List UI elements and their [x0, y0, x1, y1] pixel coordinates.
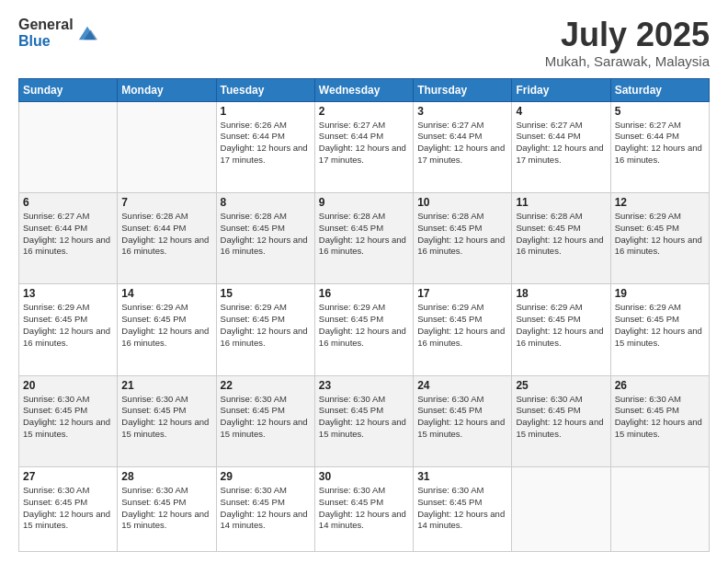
day-info: Sunrise: 6:28 AMSunset: 6:44 PMDaylight:…: [121, 211, 211, 258]
table-row: 9Sunrise: 6:28 AMSunset: 6:45 PMDaylight…: [314, 192, 413, 283]
logo: General Blue: [18, 17, 97, 49]
day-info: Sunrise: 6:29 AMSunset: 6:45 PMDaylight:…: [417, 302, 507, 349]
col-wednesday: Wednesday: [314, 78, 413, 101]
calendar-week-row: 27Sunrise: 6:30 AMSunset: 6:45 PMDayligh…: [19, 466, 710, 551]
day-number: 1: [221, 105, 311, 118]
day-info: Sunrise: 6:29 AMSunset: 6:45 PMDaylight:…: [615, 211, 705, 258]
table-row: 3Sunrise: 6:27 AMSunset: 6:44 PMDaylight…: [414, 101, 512, 192]
col-tuesday: Tuesday: [216, 78, 314, 101]
day-info: Sunrise: 6:28 AMSunset: 6:45 PMDaylight:…: [417, 211, 507, 258]
day-info: Sunrise: 6:27 AMSunset: 6:44 PMDaylight:…: [417, 120, 507, 167]
table-row: 16Sunrise: 6:29 AMSunset: 6:45 PMDayligh…: [314, 284, 413, 375]
table-row: 12Sunrise: 6:29 AMSunset: 6:45 PMDayligh…: [610, 192, 709, 283]
day-info: Sunrise: 6:30 AMSunset: 6:45 PMDaylight:…: [417, 394, 507, 441]
table-row: 27Sunrise: 6:30 AMSunset: 6:45 PMDayligh…: [19, 466, 118, 551]
table-row: [610, 466, 709, 551]
table-row: 20Sunrise: 6:30 AMSunset: 6:45 PMDayligh…: [19, 375, 118, 466]
day-number: 18: [516, 287, 606, 300]
day-info: Sunrise: 6:30 AMSunset: 6:45 PMDaylight:…: [221, 394, 311, 441]
day-info: Sunrise: 6:28 AMSunset: 6:45 PMDaylight:…: [319, 211, 409, 258]
table-row: 8Sunrise: 6:28 AMSunset: 6:45 PMDaylight…: [216, 192, 314, 283]
day-info: Sunrise: 6:30 AMSunset: 6:45 PMDaylight:…: [23, 394, 113, 441]
table-row: 29Sunrise: 6:30 AMSunset: 6:45 PMDayligh…: [216, 466, 314, 551]
table-row: 13Sunrise: 6:29 AMSunset: 6:45 PMDayligh…: [19, 284, 118, 375]
table-row: 4Sunrise: 6:27 AMSunset: 6:44 PMDaylight…: [512, 101, 610, 192]
day-info: Sunrise: 6:27 AMSunset: 6:44 PMDaylight:…: [615, 120, 705, 167]
day-number: 4: [516, 105, 606, 118]
day-number: 10: [417, 196, 507, 209]
day-info: Sunrise: 6:30 AMSunset: 6:45 PMDaylight:…: [121, 485, 211, 532]
table-row: 22Sunrise: 6:30 AMSunset: 6:45 PMDayligh…: [216, 375, 314, 466]
table-row: 6Sunrise: 6:27 AMSunset: 6:44 PMDaylight…: [19, 192, 118, 283]
day-info: Sunrise: 6:29 AMSunset: 6:45 PMDaylight:…: [121, 302, 211, 349]
table-row: 2Sunrise: 6:27 AMSunset: 6:44 PMDaylight…: [314, 101, 413, 192]
day-number: 21: [121, 379, 211, 392]
calendar-week-row: 1Sunrise: 6:26 AMSunset: 6:44 PMDaylight…: [19, 101, 710, 192]
day-info: Sunrise: 6:30 AMSunset: 6:45 PMDaylight:…: [23, 485, 113, 532]
col-monday: Monday: [118, 78, 216, 101]
day-info: Sunrise: 6:27 AMSunset: 6:44 PMDaylight:…: [516, 120, 606, 167]
day-info: Sunrise: 6:30 AMSunset: 6:45 PMDaylight:…: [417, 485, 507, 532]
table-row: 30Sunrise: 6:30 AMSunset: 6:45 PMDayligh…: [314, 466, 413, 551]
day-number: 9: [319, 196, 409, 209]
day-number: 20: [23, 379, 113, 392]
day-info: Sunrise: 6:28 AMSunset: 6:45 PMDaylight:…: [221, 211, 311, 258]
calendar-week-row: 20Sunrise: 6:30 AMSunset: 6:45 PMDayligh…: [19, 375, 710, 466]
day-number: 8: [221, 196, 311, 209]
day-number: 6: [23, 196, 113, 209]
day-info: Sunrise: 6:30 AMSunset: 6:45 PMDaylight:…: [516, 394, 606, 441]
day-number: 17: [417, 287, 507, 300]
calendar-week-row: 13Sunrise: 6:29 AMSunset: 6:45 PMDayligh…: [19, 284, 710, 375]
day-info: Sunrise: 6:30 AMSunset: 6:45 PMDaylight:…: [221, 485, 311, 532]
day-info: Sunrise: 6:26 AMSunset: 6:44 PMDaylight:…: [221, 120, 311, 167]
day-number: 3: [417, 105, 507, 118]
day-info: Sunrise: 6:29 AMSunset: 6:45 PMDaylight:…: [615, 302, 705, 349]
day-number: 13: [23, 287, 113, 300]
calendar-header-row: Sunday Monday Tuesday Wednesday Thursday…: [19, 78, 710, 101]
logo-blue: Blue: [18, 33, 74, 50]
day-number: 26: [615, 379, 705, 392]
table-row: 18Sunrise: 6:29 AMSunset: 6:45 PMDayligh…: [512, 284, 610, 375]
table-row: 17Sunrise: 6:29 AMSunset: 6:45 PMDayligh…: [414, 284, 512, 375]
day-info: Sunrise: 6:28 AMSunset: 6:45 PMDaylight:…: [516, 211, 606, 258]
day-number: 5: [615, 105, 705, 118]
table-row: 15Sunrise: 6:29 AMSunset: 6:45 PMDayligh…: [216, 284, 314, 375]
day-number: 15: [221, 287, 311, 300]
table-row: 31Sunrise: 6:30 AMSunset: 6:45 PMDayligh…: [414, 466, 512, 551]
title-location: Mukah, Sarawak, Malaysia: [545, 53, 710, 69]
title-month: July 2025: [545, 17, 710, 53]
table-row: 10Sunrise: 6:28 AMSunset: 6:45 PMDayligh…: [414, 192, 512, 283]
day-info: Sunrise: 6:30 AMSunset: 6:45 PMDaylight:…: [319, 485, 409, 532]
table-row: 14Sunrise: 6:29 AMSunset: 6:45 PMDayligh…: [118, 284, 216, 375]
table-row: 1Sunrise: 6:26 AMSunset: 6:44 PMDaylight…: [216, 101, 314, 192]
day-number: 19: [615, 287, 705, 300]
calendar-table: Sunday Monday Tuesday Wednesday Thursday…: [18, 78, 710, 552]
table-row: 25Sunrise: 6:30 AMSunset: 6:45 PMDayligh…: [512, 375, 610, 466]
page: General Blue July 2025 Mukah, Sarawak, M…: [0, 0, 728, 563]
table-row: 26Sunrise: 6:30 AMSunset: 6:45 PMDayligh…: [610, 375, 709, 466]
table-row: [118, 101, 216, 192]
table-row: 11Sunrise: 6:28 AMSunset: 6:45 PMDayligh…: [512, 192, 610, 283]
day-info: Sunrise: 6:30 AMSunset: 6:45 PMDaylight:…: [121, 394, 211, 441]
day-number: 29: [221, 470, 311, 483]
calendar-week-row: 6Sunrise: 6:27 AMSunset: 6:44 PMDaylight…: [19, 192, 710, 283]
table-row: 24Sunrise: 6:30 AMSunset: 6:45 PMDayligh…: [414, 375, 512, 466]
day-number: 24: [417, 379, 507, 392]
table-row: [512, 466, 610, 551]
title-block: July 2025 Mukah, Sarawak, Malaysia: [545, 17, 710, 69]
day-number: 2: [319, 105, 409, 118]
table-row: 19Sunrise: 6:29 AMSunset: 6:45 PMDayligh…: [610, 284, 709, 375]
day-number: 14: [121, 287, 211, 300]
table-row: [19, 101, 118, 192]
table-row: 23Sunrise: 6:30 AMSunset: 6:45 PMDayligh…: [314, 375, 413, 466]
logo-text: General Blue: [18, 17, 74, 49]
table-row: 28Sunrise: 6:30 AMSunset: 6:45 PMDayligh…: [118, 466, 216, 551]
day-info: Sunrise: 6:27 AMSunset: 6:44 PMDaylight:…: [23, 211, 113, 258]
day-info: Sunrise: 6:30 AMSunset: 6:45 PMDaylight:…: [615, 394, 705, 441]
day-number: 11: [516, 196, 606, 209]
logo-general: General: [18, 17, 74, 33]
day-info: Sunrise: 6:29 AMSunset: 6:45 PMDaylight:…: [221, 302, 311, 349]
day-number: 30: [319, 470, 409, 483]
table-row: 21Sunrise: 6:30 AMSunset: 6:45 PMDayligh…: [118, 375, 216, 466]
day-number: 7: [121, 196, 211, 209]
